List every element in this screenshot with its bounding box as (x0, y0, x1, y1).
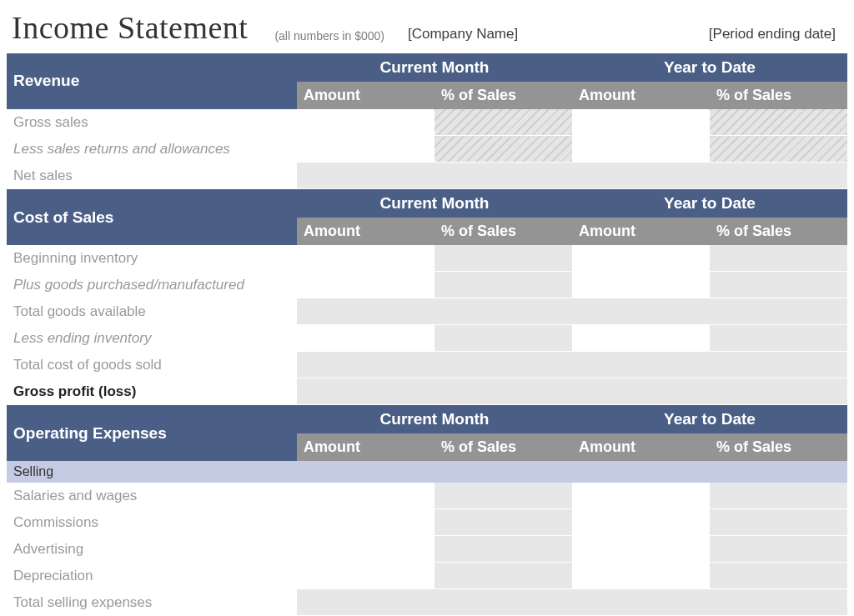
cell-pct-current[interactable] (435, 272, 572, 298)
col-amount-current: Amount (297, 218, 435, 245)
cell-amount-ytd[interactable] (572, 589, 710, 616)
cell-pct-current[interactable] (435, 245, 572, 272)
col-pct-ytd: % of Sales (710, 218, 847, 245)
table-row: Net sales (7, 163, 847, 189)
cell-pct-ytd[interactable] (710, 536, 847, 563)
cell-amount-ytd[interactable] (572, 325, 710, 352)
table-row: Depreciation (7, 563, 847, 589)
cell-amount-current[interactable] (297, 272, 435, 298)
col-amount-current: Amount (297, 82, 435, 109)
cell-amount-current[interactable] (297, 352, 435, 378)
col-amount-ytd: Amount (572, 218, 710, 245)
cell-pct-ytd[interactable] (710, 163, 847, 189)
cell-pct-current[interactable] (435, 563, 572, 589)
cell-amount-ytd[interactable] (572, 352, 710, 378)
col-pct-ytd: % of Sales (710, 433, 847, 461)
row-label: Less sales returns and allowances (7, 136, 297, 163)
cell-pct-current[interactable] (435, 589, 572, 616)
cell-amount-ytd[interactable] (572, 163, 710, 189)
cell-pct-ytd[interactable] (710, 325, 847, 352)
cell-amount-ytd[interactable] (572, 272, 710, 298)
cell-amount-current[interactable] (297, 378, 435, 405)
cell-amount-current[interactable] (297, 509, 435, 536)
col-amount-ytd: Amount (572, 433, 710, 461)
cell-amount-ytd[interactable] (572, 378, 710, 405)
cell-amount-ytd[interactable] (572, 536, 710, 563)
col-amount-ytd: Amount (572, 82, 710, 109)
cell-amount-ytd[interactable] (572, 483, 710, 509)
table-row: Less sales returns and allowances (7, 136, 847, 163)
cell-pct-current (435, 136, 572, 163)
table-row: Total cost of goods sold (7, 352, 847, 378)
table-row: Advertising (7, 536, 847, 563)
row-label: Net sales (7, 163, 297, 189)
cell-amount-current[interactable] (297, 136, 435, 163)
cell-amount-ytd[interactable] (572, 109, 710, 136)
row-label: Salaries and wages (7, 483, 297, 509)
cell-amount-current[interactable] (297, 325, 435, 352)
row-label: Total goods available (7, 298, 297, 325)
cell-amount-ytd[interactable] (572, 245, 710, 272)
table-row: Less ending inventory (7, 325, 847, 352)
section-title-operating-expenses: Operating Expenses (7, 405, 297, 461)
column-group-ytd: Year to Date (572, 189, 847, 218)
period-placeholder[interactable]: [Period ending date] (709, 26, 842, 45)
cell-amount-current[interactable] (297, 298, 435, 325)
cell-amount-ytd[interactable] (572, 298, 710, 325)
company-name-placeholder[interactable]: [Company Name] (408, 26, 518, 45)
row-label: Less ending inventory (7, 325, 297, 352)
cell-amount-ytd[interactable] (572, 509, 710, 536)
page-title: Income Statement (12, 12, 248, 45)
cell-pct-ytd[interactable] (710, 483, 847, 509)
column-group-ytd: Year to Date (572, 405, 847, 433)
cell-pct-ytd[interactable] (710, 589, 847, 616)
col-amount-current: Amount (297, 433, 435, 461)
cell-pct-current[interactable] (435, 483, 572, 509)
cell-pct-ytd[interactable] (710, 378, 847, 405)
cell-pct-ytd[interactable] (710, 563, 847, 589)
row-label: Depreciation (7, 563, 297, 589)
cell-pct-current[interactable] (435, 325, 572, 352)
cell-pct-ytd[interactable] (710, 245, 847, 272)
cell-pct-ytd[interactable] (710, 352, 847, 378)
col-pct-ytd: % of Sales (710, 82, 847, 109)
cell-amount-current[interactable] (297, 589, 435, 616)
col-pct-current: % of Sales (435, 433, 572, 461)
cell-pct-ytd (710, 109, 847, 136)
document-header: Income Statement (all numbers in $000) [… (7, 7, 847, 53)
cell-amount-current[interactable] (297, 245, 435, 272)
cell-pct-ytd[interactable] (710, 272, 847, 298)
row-label: Commissions (7, 509, 297, 536)
table-row: Gross profit (loss) (7, 378, 847, 405)
units-note: (all numbers in $000) (274, 29, 384, 45)
cell-amount-ytd[interactable] (572, 563, 710, 589)
cell-amount-current[interactable] (297, 109, 435, 136)
cell-amount-current[interactable] (297, 563, 435, 589)
subsection-band-selling: Selling (7, 461, 847, 483)
cell-pct-current[interactable] (435, 298, 572, 325)
col-pct-current: % of Sales (435, 82, 572, 109)
section-title-revenue: Revenue (7, 53, 297, 109)
table-row: Gross sales (7, 109, 847, 136)
cell-pct-ytd[interactable] (710, 509, 847, 536)
cell-pct-current[interactable] (435, 378, 572, 405)
cell-pct-current[interactable] (435, 163, 572, 189)
column-group-ytd: Year to Date (572, 53, 847, 82)
cell-amount-ytd[interactable] (572, 136, 710, 163)
table-row: Salaries and wages (7, 483, 847, 509)
table-row: Commissions (7, 509, 847, 536)
cell-pct-current[interactable] (435, 536, 572, 563)
income-statement-table: Revenue Current Month Year to Date Amoun… (7, 53, 847, 616)
table-row: Beginning inventory (7, 245, 847, 272)
cell-amount-current[interactable] (297, 483, 435, 509)
column-group-current: Current Month (297, 189, 572, 218)
cell-amount-current[interactable] (297, 536, 435, 563)
row-label: Plus goods purchased/manufactured (7, 272, 297, 298)
cell-amount-current[interactable] (297, 163, 435, 189)
cell-pct-current[interactable] (435, 509, 572, 536)
cell-pct-ytd[interactable] (710, 298, 847, 325)
cell-pct-current (435, 109, 572, 136)
cell-pct-current[interactable] (435, 352, 572, 378)
table-row: Total selling expenses (7, 589, 847, 616)
section-header-cost-of-sales: Cost of Sales Current Month Year to Date (7, 189, 847, 218)
